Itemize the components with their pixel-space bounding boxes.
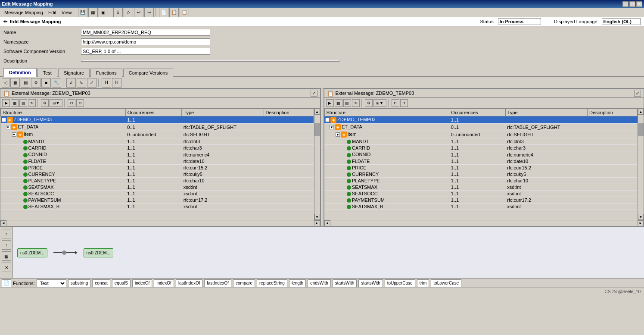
minimize-button[interactable]: _ (622, 1, 628, 7)
act-btn-table2[interactable]: ▤ (21, 78, 30, 88)
table-row[interactable]: SEATSMAX1..1xsd:int (324, 184, 638, 190)
left-scroll-track[interactable] (314, 115, 320, 214)
rpt-btn4[interactable]: ⟲ (352, 99, 360, 107)
act-btn-3[interactable]: ⚙ (31, 78, 40, 88)
func-length[interactable]: length (289, 279, 306, 287)
right-hscroll-right[interactable]: ► (638, 220, 644, 226)
lpt-btn5[interactable]: ⚙ (41, 99, 49, 107)
act-btn-9[interactable]: H (102, 78, 111, 88)
lpt-btn6[interactable]: ⊞▼ (50, 99, 62, 107)
toolbar-grid[interactable]: ▦ (88, 8, 98, 17)
toolbar-grid2[interactable]: ▣ (99, 8, 108, 17)
table-row[interactable]: CONNID1..1rfc:numeric4 (1, 151, 314, 158)
func-startswith-2[interactable]: startsWith (358, 279, 383, 287)
right-scroll-thumb[interactable] (638, 123, 644, 136)
menu-message-mapping[interactable]: Message Mapping (2, 9, 46, 16)
left-hscroll-left[interactable]: ◄ (0, 220, 6, 226)
func-equalss[interactable]: equalS (112, 279, 131, 287)
toolbar-info[interactable]: ℹ (113, 8, 123, 17)
func-concat[interactable]: concat (92, 279, 110, 287)
table-row[interactable]: PLANETYPE1..1rfc:char10 (1, 177, 314, 184)
right-scroll-down[interactable]: ▼ (638, 214, 644, 220)
tab-functions[interactable]: Functions (90, 69, 122, 77)
left-table-scroll[interactable]: Structure Occurrences Type Description ▼… (0, 109, 314, 220)
lpt-btn7[interactable]: H (68, 99, 75, 107)
table-row[interactable]: SEATSMAX_B1..1xsd:int (324, 204, 638, 210)
table-row[interactable]: ▼◈ET_DATA0..1rfc:TABLE_OF_SFLIGHT (1, 124, 314, 131)
mapping-tool-1[interactable]: ↑ (2, 229, 11, 238)
rpt-btn1[interactable]: ▶ (326, 99, 334, 107)
expand-icon[interactable]: ▼ (6, 125, 10, 129)
table-row[interactable]: MANDT1..1rfc:clnt3 (1, 138, 314, 145)
table-row[interactable]: CARRID1..1rfc:char3 (1, 145, 314, 151)
expand-icon[interactable]: ▼ (12, 132, 16, 137)
rpt-btn3[interactable]: ▤ (343, 99, 351, 107)
functions-category-dropdown[interactable]: Text Boolean Math Date (37, 279, 66, 287)
lpt-btn3[interactable]: ▤ (19, 99, 27, 107)
expand-icon[interactable]: ▼ (2, 118, 6, 122)
rpt-btn7[interactable]: H (392, 99, 399, 107)
toolbar-arrow3[interactable]: ↪ (144, 8, 154, 17)
menu-edit[interactable]: Edit (46, 9, 59, 16)
left-panel-expand-btn[interactable]: ⤢ (311, 90, 317, 97)
toolbar-doc1[interactable]: 📄 (159, 8, 168, 17)
func-touppercase[interactable]: toUpperCase (385, 279, 415, 287)
act-btn-5[interactable]: 🔧 (52, 78, 61, 88)
func-indexof-2[interactable]: indexOf (154, 279, 174, 287)
func-indexof-1[interactable]: indexOf (132, 279, 152, 287)
act-btn-10[interactable]: H (112, 78, 121, 88)
lpt-btn4[interactable]: ⟲ (28, 99, 36, 107)
table-row[interactable]: ▼◈ZDEMO_TEMP031..1 (324, 116, 638, 124)
right-scroll-track[interactable] (638, 115, 644, 214)
tab-signature[interactable]: Signature (58, 69, 90, 77)
table-row[interactable]: CURRENCY1..1rfc:cuky5 (324, 171, 638, 177)
mapping-tool-3[interactable]: ▦ (2, 251, 11, 261)
table-row[interactable]: FLDATE1..1rfc:date10 (1, 158, 314, 164)
expand-icon[interactable]: ▼ (325, 118, 330, 122)
table-row[interactable]: SEATSOCC1..1xsd:int (1, 191, 314, 197)
func-replacestring[interactable]: replaceString (257, 279, 287, 287)
lpt-btn1[interactable]: ▶ (2, 99, 10, 107)
left-scrollbar[interactable]: ▲ ▼ (314, 109, 320, 220)
act-btn-table[interactable]: ▦ (10, 78, 20, 88)
toolbar-doc3[interactable]: 📋 (180, 8, 189, 17)
act-btn-8[interactable]: ⤢ (87, 78, 96, 88)
left-scroll-thumb[interactable] (314, 123, 320, 136)
mapping-right-node[interactable]: ns0:ZDEM... (84, 248, 114, 257)
lpt-btn2[interactable]: ▦ (11, 99, 19, 107)
table-row[interactable]: PAYMENTSUM1..1rfc:curr17.2 (324, 197, 638, 204)
table-row[interactable]: PAYMENTSUM1..1rfc:curr17.2 (1, 197, 314, 204)
table-row[interactable]: ▼◈ZDEMO_TEMP031..1 (1, 116, 314, 124)
left-scroll-down[interactable]: ▼ (314, 214, 320, 220)
vertical-splitter[interactable]: ⋮ (320, 88, 324, 226)
table-row[interactable]: SEATSMAX1..1xsd:int (1, 184, 314, 190)
tab-definition[interactable]: Definition (3, 68, 37, 77)
func-substring[interactable]: substring (68, 279, 91, 287)
expand-icon[interactable]: ▼ (336, 132, 340, 137)
func-tolowercase[interactable]: toLowerCase (431, 279, 461, 287)
table-row[interactable]: PLANETYPE1..1rfc:char10 (324, 177, 638, 184)
table-row[interactable]: MANDT1..1rfc:clnt3 (324, 138, 638, 145)
right-panel-expand-btn[interactable]: ⤢ (634, 90, 641, 97)
mapping-tool-4[interactable]: ✕ (2, 263, 11, 272)
func-startswith-1[interactable]: startsWith (333, 279, 357, 287)
close-button[interactable]: ✕ (636, 1, 642, 7)
table-row[interactable]: ▼◈ET_DATA0..1rfc:TABLE_OF_SFLIGHT (324, 124, 638, 131)
menu-view[interactable]: View (59, 9, 75, 16)
rpt-btn6[interactable]: ⊞▼ (373, 99, 386, 107)
rpt-btn8[interactable]: H (400, 99, 408, 107)
table-row[interactable]: SEATSOCC1..1xsd:int (324, 191, 638, 197)
left-scroll-up[interactable]: ▲ (314, 109, 320, 115)
table-row[interactable]: CONNID1..1rfc:numeric4 (324, 151, 638, 158)
maximize-button[interactable]: □ (629, 1, 635, 7)
toolbar-save[interactable]: 💾 (78, 8, 87, 17)
rpt-btn5[interactable]: ⚙ (365, 99, 373, 107)
mapping-tool-2[interactable]: ↑ (2, 240, 11, 250)
table-row[interactable]: PRICE1..1rfc:curr15.2 (324, 164, 638, 171)
right-scrollbar[interactable]: ▲ ▼ (638, 109, 644, 220)
table-row[interactable]: CURRENCY1..1rfc:cuky5 (1, 171, 314, 177)
tab-test[interactable]: Test (37, 69, 57, 77)
left-hscroll-right[interactable]: ► (314, 220, 320, 226)
act-btn-6[interactable]: ↲ (66, 78, 76, 88)
right-scroll-up[interactable]: ▲ (638, 109, 644, 115)
